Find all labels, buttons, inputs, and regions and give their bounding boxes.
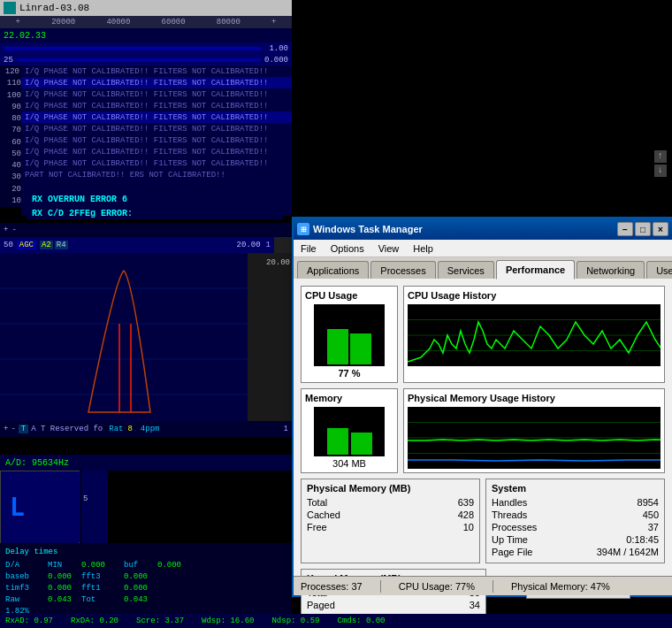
cpu-history-svg bbox=[408, 304, 661, 366]
y-label-1: 110 bbox=[0, 79, 21, 88]
y-label-9: 30 bbox=[0, 172, 21, 181]
system-panel: System Handles 8954 Threads 450 Processe… bbox=[485, 479, 665, 563]
freq-scale: + 20000 40000 60000 80000 + bbox=[0, 16, 292, 28]
scroll-down-btn[interactable]: ↓ bbox=[654, 165, 667, 177]
svg-text:L: L bbox=[10, 493, 25, 522]
ctrl-arrow-2[interactable]: - bbox=[11, 425, 15, 433]
ctrl-rat-label: Rat bbox=[109, 425, 123, 433]
tab-users[interactable]: Users bbox=[646, 261, 672, 279]
kernel-paged-row: Paged 34 bbox=[307, 600, 480, 610]
freq-marker-4: 80000 bbox=[217, 18, 241, 27]
y-label-3: 90 bbox=[0, 103, 21, 111]
delay-fft1-val: 0.000 bbox=[124, 583, 148, 594]
calib-line-8: I/Q PHASE NOT CALIBRATED!! F1LTERS NOT C… bbox=[21, 157, 292, 169]
calib-line-4: I/Q PHASE NOT CALIBRATED!! FILTERS NOT C… bbox=[21, 111, 292, 123]
kernel-paged-label: Paged bbox=[307, 600, 335, 610]
cpu-usage-box bbox=[314, 304, 385, 366]
tm-memory-row: Memory 304 MB Physical Memory Usage Hist… bbox=[301, 388, 665, 473]
mem-history-svg bbox=[408, 407, 661, 469]
delay-col-buf: buf bbox=[124, 560, 150, 571]
tm-window-controls: − □ × bbox=[617, 222, 668, 236]
freq-marker-left: + bbox=[16, 18, 20, 27]
memory-panel: Memory 304 MB bbox=[301, 388, 398, 473]
bottom-rxad: RxAD: 0.97 bbox=[5, 617, 53, 625]
agc-bar: 50 AGC A2 R4 20.00 1 bbox=[0, 237, 274, 253]
physical-total-label: Total bbox=[307, 497, 327, 508]
physical-free-val: 10 bbox=[463, 522, 474, 532]
cpu-history-panel: CPU Usage History bbox=[403, 286, 665, 383]
threads-label: Threads bbox=[492, 509, 527, 520]
ctrl-extra: 4ppm bbox=[141, 425, 160, 433]
ad-display: A/D: 95634Hz bbox=[0, 455, 292, 471]
calib-line-3: I/Q PHASE NOT CALIBRATED!! FILTERS NOT C… bbox=[21, 100, 292, 111]
agc-a2: A2 bbox=[40, 241, 53, 249]
slider-label-2: 25 bbox=[0, 56, 13, 65]
tm-title: Windows Task Manager bbox=[313, 224, 423, 234]
mini-num-1: 5 bbox=[83, 494, 106, 503]
calib-line-2: I/Q PHASE NOT CALIBRATED!! FILTERS NOT C… bbox=[21, 88, 292, 100]
linrad-icon bbox=[4, 2, 16, 14]
mem-bar-left bbox=[327, 428, 348, 455]
tm-menu-help[interactable]: Help bbox=[409, 243, 437, 254]
lower-zoom-plus[interactable]: + bbox=[4, 226, 8, 234]
ctrl-reserved: A T Reserved fo bbox=[31, 425, 103, 433]
ctrl-arrow-1[interactable]: + bbox=[4, 425, 8, 433]
y-label-7: 50 bbox=[0, 149, 21, 158]
tab-processes[interactable]: Processes bbox=[370, 261, 435, 279]
tm-status-sep-2 bbox=[493, 580, 493, 593]
tm-status-processes: Processes: 37 bbox=[301, 581, 363, 592]
processes-row: Processes 37 bbox=[492, 522, 659, 532]
ctrl-end: 1 bbox=[284, 425, 288, 433]
lower-panel-header: + - bbox=[0, 223, 292, 237]
slider-val-1: 1.00 bbox=[265, 44, 292, 53]
processes-label: Processes bbox=[492, 522, 537, 532]
tm-menu-view[interactable]: View bbox=[375, 243, 403, 254]
y-label-5: 70 bbox=[0, 126, 21, 134]
tab-applications[interactable]: Applications bbox=[297, 261, 369, 279]
lower-waterfall bbox=[0, 253, 248, 421]
tm-status-sep-1 bbox=[380, 580, 381, 593]
calib-line-7: I/Q PHASE NOT CALIBRATED!! FILTERS NOT C… bbox=[21, 146, 292, 157]
handles-val: 8954 bbox=[638, 497, 659, 508]
agc-r4: R4 bbox=[55, 241, 68, 249]
delay-col-1: D/A bbox=[5, 560, 41, 571]
tm-restore-btn[interactable]: □ bbox=[635, 222, 651, 236]
y-label-8: 40 bbox=[0, 161, 21, 170]
tm-status-cpu: CPU Usage: 77% bbox=[399, 581, 475, 592]
tm-menubar: File Options View Help bbox=[294, 240, 672, 257]
slider-bar-2[interactable]: 25 0.000 bbox=[0, 55, 292, 65]
tm-menu-file[interactable]: File bbox=[297, 243, 320, 254]
system-title: System bbox=[492, 483, 659, 494]
cpu-usage-panel: CPU Usage 77 % bbox=[301, 286, 398, 383]
tm-menu-options[interactable]: Options bbox=[327, 243, 368, 254]
scroll-up-btn[interactable]: ↑ bbox=[654, 150, 667, 163]
scale-right-2: 20.00 bbox=[248, 257, 292, 269]
tab-performance[interactable]: Performance bbox=[496, 260, 575, 280]
memory-history-title: Physical Memory Usage History bbox=[408, 393, 661, 403]
slider-bar-1[interactable]: 1.00 bbox=[0, 42, 292, 55]
threads-val: 450 bbox=[643, 509, 659, 520]
tab-networking[interactable]: Networking bbox=[577, 261, 645, 279]
tm-close-btn[interactable]: × bbox=[653, 222, 668, 236]
cpu-bar-container bbox=[325, 315, 374, 364]
tm-minimize-btn[interactable]: − bbox=[617, 222, 633, 236]
lower-zoom-minus[interactable]: - bbox=[11, 226, 16, 234]
linrad-title: Linrad-03.08 bbox=[19, 3, 89, 13]
kernel-paged-val: 34 bbox=[470, 600, 480, 610]
physical-free-label: Free bbox=[307, 522, 327, 532]
y-label-0: 120 bbox=[0, 67, 21, 76]
y-label-10: 20 bbox=[0, 185, 21, 194]
rx-error-2: RX C/D 2FFEg ERROR: bbox=[27, 207, 283, 219]
ctrl-t[interactable]: T bbox=[19, 425, 28, 433]
delay-col-min: MIN bbox=[48, 560, 74, 571]
tab-services[interactable]: Services bbox=[438, 261, 494, 279]
delay-tot: Tot bbox=[81, 594, 117, 606]
memory-history-chart bbox=[408, 407, 661, 469]
delay-baseb: baseb bbox=[5, 571, 41, 583]
bottom-cmds: Cmds: 0.00 bbox=[337, 617, 385, 625]
delay-fft3: fft3 bbox=[81, 571, 117, 583]
tm-tabs: Applications Processes Services Performa… bbox=[294, 257, 672, 279]
pagefile-val: 394M / 1642M bbox=[597, 547, 659, 557]
calib-line-5: I/Q PHASE NOT CALIBRATED!! FILTERS NOT C… bbox=[21, 123, 292, 134]
tm-status-physical: Physical Memory: 47% bbox=[511, 581, 610, 592]
